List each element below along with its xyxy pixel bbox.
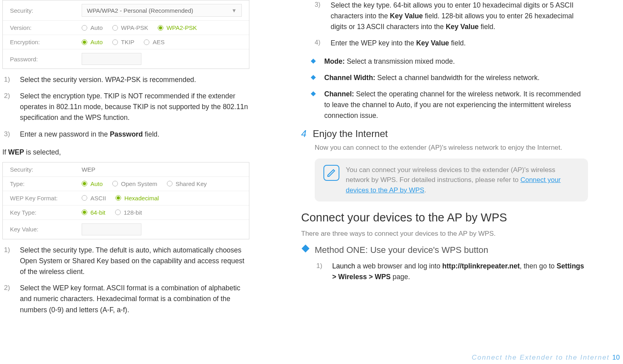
option-channel: Channel: Select the operating channel fo… [307, 89, 588, 121]
wep-steps-list: Select the security type. The defult is … [2, 245, 249, 315]
method-one: Method ONE: Use your device's WPS button… [301, 243, 588, 282]
wep-fmt-label: WEP Key Format: [10, 195, 82, 202]
version-row: Version: Auto WPA-PSK WPA2-PSK [3, 21, 249, 35]
password-row: Password: [3, 49, 249, 68]
wep-ktype-label: Key Type: [10, 209, 82, 216]
wpa-step-2: Select the encryption type. TKIP is NOT … [2, 91, 249, 123]
wps-section-title: Connect your devices to the AP by WPS [301, 211, 588, 224]
wep-type-shared-radio[interactable]: Shared Key [167, 180, 207, 187]
footer-text: Connect the Extender to the Internet [472, 354, 609, 361]
encryption-label: Encryption: [10, 39, 82, 45]
wep-step-4: Enter the WEP key into the Key Value fie… [313, 38, 588, 49]
wep-kval-input[interactable] [82, 223, 141, 235]
wep-type-row: Type: Auto Open System Shared Key [3, 177, 249, 191]
method-one-step-1: Launch a web browser and log into http:/… [315, 261, 588, 282]
wep-kval-row: Key Value: [3, 220, 249, 239]
options-list: Mode: Select a transmission mixed mode. … [307, 56, 588, 121]
encryption-auto-radio[interactable]: Auto [82, 39, 103, 45]
password-input[interactable] [82, 53, 141, 65]
wep-kval-label: Key Value: [10, 226, 82, 233]
method-one-steps: Launch a web browser and log into http:/… [315, 261, 588, 282]
wep-security-label: Security: [10, 166, 82, 173]
version-wpapsk-radio[interactable]: WPA-PSK [112, 24, 148, 31]
step-4-subtext: Now you can connect to the extender (AP)… [315, 143, 588, 153]
version-label: Version: [10, 24, 82, 31]
wep-ktype-64-radio[interactable]: 64-bit [82, 209, 106, 216]
wep-type-open-radio[interactable]: Open System [112, 180, 157, 187]
wep-step-2: Select the WEP key format. ASCII format … [2, 283, 249, 315]
step-4-title: Enjoy the Internet [313, 128, 388, 139]
security-row: Security: WPA/WPA2 - Personal (Recommend… [3, 0, 249, 21]
page-number: 10 [612, 354, 620, 361]
wpa-panel: Security: WPA/WPA2 - Personal (Recommend… [2, 0, 249, 69]
wep-ktype-row: Key Type: 64-bit 128-bit [3, 205, 249, 220]
wpa-step-1: Select the security version. WPA2-PSK is… [2, 74, 249, 85]
wpa-steps-list: Select the security version. WPA2-PSK is… [2, 74, 249, 140]
version-wpa2psk-radio[interactable]: WPA2-PSK [158, 24, 197, 31]
encryption-tkip-radio[interactable]: TKIP [112, 39, 134, 45]
wep-steps-cont: Select the key type. 64-bit allows you t… [313, 0, 588, 49]
version-auto-radio[interactable]: Auto [82, 24, 103, 31]
wep-fmt-hex-radio[interactable]: Hexadecimal [116, 195, 159, 202]
wep-fmt-ascii-radio[interactable]: ASCII [82, 195, 106, 202]
password-label: Password: [10, 56, 82, 63]
security-dropdown[interactable]: WPA/WPA2 - Personal (Recommended) ▼ [82, 4, 242, 17]
wep-type-auto-radio[interactable]: Auto [82, 180, 103, 187]
wep-security-value[interactable]: WEP [82, 166, 95, 173]
encryption-row: Encryption: Auto TKIP AES [3, 35, 249, 49]
method-list: Method ONE: Use your device's WPS button… [301, 243, 588, 282]
note-box: You can connect your wireless devices to… [315, 159, 588, 202]
wep-panel: Security: WEP Type: Auto Open System Sha… [2, 162, 249, 239]
option-mode: Mode: Select a transmission mixed mode. [307, 56, 588, 67]
page-footer: Connect the Extender to the Internet 10 [472, 354, 620, 362]
pencil-icon [323, 165, 339, 181]
wep-security-row: Security: WEP [3, 162, 249, 177]
security-label: Security: [10, 7, 82, 14]
method-one-title: Method ONE: Use your device's WPS button [315, 245, 488, 255]
step-4-header: 4 Enjoy the Internet [301, 128, 588, 139]
wpa-step-3: Enter a new password in the Password fie… [2, 129, 249, 140]
security-value: WPA/WPA2 - Personal (Recommended) [87, 7, 193, 14]
step-4-number: 4 [301, 128, 306, 139]
option-channel-width: Channel Width: Select a channel bandwidt… [307, 72, 588, 83]
wep-type-label: Type: [10, 180, 82, 187]
wep-step-1: Select the security type. The defult is … [2, 245, 249, 277]
wep-ktype-128-radio[interactable]: 128-bit [115, 209, 142, 216]
wep-step-3: Select the key type. 64-bit allows you t… [313, 0, 588, 32]
wep-fmt-row: WEP Key Format: ASCII Hexadecimal [3, 191, 249, 205]
note-text: You can connect your wireless devices to… [346, 165, 579, 196]
wep-heading: If WEP is selected, [2, 147, 249, 157]
encryption-aes-radio[interactable]: AES [144, 39, 165, 45]
chevron-down-icon: ▼ [231, 8, 237, 14]
wps-section-intro: There are three ways to connect your dev… [301, 230, 588, 238]
